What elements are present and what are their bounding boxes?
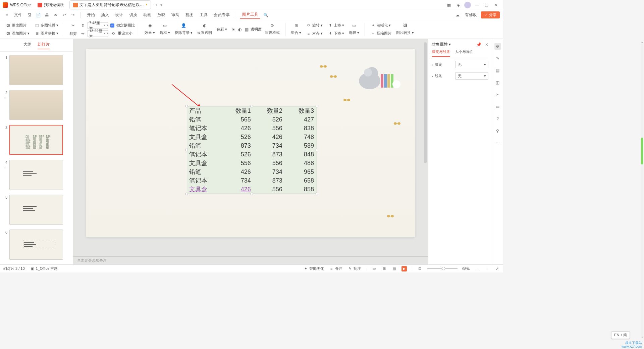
thumbnails-list[interactable]: 1 2☆ 3产品数量1数量2数量3铅笔565526427笔记本426556838…: [0, 52, 73, 264]
reading-view-icon[interactable]: ▤: [391, 266, 397, 271]
border-button[interactable]: 边框 ▾: [158, 30, 171, 36]
zoom-value[interactable]: 98%: [462, 267, 470, 271]
tab-menu-dropdown[interactable]: ▾: [160, 3, 162, 7]
share-button[interactable]: ↗ 分享: [481, 11, 500, 18]
menu-picture-tools[interactable]: 图片工具: [240, 11, 260, 19]
help-rail-icon[interactable]: ?: [494, 115, 501, 122]
lock-ratio-checkbox[interactable]: ✓: [110, 23, 114, 28]
resize-handle[interactable]: [251, 193, 253, 195]
tools-rail-icon[interactable]: ✂: [494, 91, 501, 98]
resize-handle[interactable]: [185, 149, 188, 151]
minimize-button[interactable]: —: [472, 2, 482, 8]
slide-thumbnail[interactable]: ▬▬▬▬▬▬▬▬▬▬▬▬▬▬▬▬▬▬: [9, 230, 63, 260]
color-button[interactable]: 色彩 ▾: [215, 26, 228, 33]
crop-icon[interactable]: ✂: [69, 22, 77, 29]
fill-select[interactable]: 无▾: [455, 61, 488, 68]
comments-toggle[interactable]: ✎批注: [347, 266, 361, 271]
zoom-in-icon[interactable]: +: [484, 266, 490, 271]
link-rail-icon[interactable]: ⚲: [494, 128, 501, 134]
zoom-out-icon[interactable]: −: [474, 266, 480, 271]
print-icon[interactable]: 🖶: [44, 12, 50, 18]
undo-icon[interactable]: ↶: [61, 12, 68, 18]
pin-icon[interactable]: 📌: [476, 42, 481, 47]
contrast-icon[interactable]: ◐: [237, 27, 243, 32]
compress-button[interactable]: ▫压缩图片: [369, 30, 393, 37]
resize-handle[interactable]: [185, 193, 188, 195]
menu-insert[interactable]: 插入: [99, 11, 111, 19]
slide-canvas[interactable]: 产品数量1数量2数量3铅笔565526427笔记本426556838文具盒526…: [73, 39, 428, 256]
more-rail-icon[interactable]: ⋯: [494, 140, 501, 146]
redo-icon[interactable]: ↷: [70, 12, 76, 18]
notes-toggle[interactable]: ≡备注: [329, 266, 342, 271]
close-button[interactable]: ✕: [491, 2, 500, 8]
slide-thumbnail[interactable]: [9, 90, 63, 120]
smart-beautify-button[interactable]: ✦智能美化: [303, 266, 324, 271]
align-button[interactable]: ≡对齐 ▾: [305, 30, 324, 37]
change-picture-button[interactable]: 🖼更改图片: [4, 22, 31, 29]
multi-crop-button[interactable]: ◫多图轮播 ▾: [33, 22, 60, 29]
theme-indicator[interactable]: ▣1_Office 主题: [30, 266, 58, 271]
tab-document[interactable]: 文字是人类用符号记录表达信息以… •: [69, 0, 151, 9]
tab-templates[interactable]: 找稻壳模板: [34, 1, 67, 9]
save-icon[interactable]: 🖫: [26, 12, 33, 18]
cloud-sync-icon[interactable]: ☁: [454, 12, 461, 18]
brightness-icon[interactable]: ☀: [230, 27, 236, 32]
width-input[interactable]: 13.22厘米▲▼: [88, 30, 108, 37]
convert-button[interactable]: 图片转换 ▾: [395, 30, 415, 36]
select-button[interactable]: 选择 ▾: [347, 30, 361, 36]
slide-thumbnail[interactable]: [9, 55, 63, 85]
slide-thumbnail-selected[interactable]: 产品数量1数量2数量3铅笔565526427笔记本426556838文具盒526…: [9, 125, 63, 155]
pending-changes[interactable]: 有修改: [463, 11, 479, 19]
menu-transition[interactable]: 切换: [127, 11, 139, 19]
layout-rail-icon[interactable]: ◫: [494, 79, 501, 86]
avatar[interactable]: [463, 2, 472, 8]
resize-handle[interactable]: [316, 149, 318, 151]
menu-start[interactable]: 开始: [85, 11, 97, 19]
reset-size-button[interactable]: 重设大小: [118, 31, 132, 36]
close-panel-icon[interactable]: ✕: [485, 42, 488, 47]
maximize-button[interactable]: ▢: [482, 2, 491, 8]
preview-icon[interactable]: 👁: [52, 12, 59, 18]
crop-button[interactable]: 裁剪: [68, 31, 78, 37]
line-label[interactable]: 线条: [432, 73, 442, 79]
sorter-view-icon[interactable]: ⊞: [381, 266, 387, 271]
menu-icon[interactable]: ≡: [3, 12, 10, 18]
set-trans-button[interactable]: 设置透明: [196, 30, 213, 36]
fullscreen-icon[interactable]: ⤢: [494, 266, 500, 271]
style-rail-icon[interactable]: ✎: [494, 55, 501, 62]
menu-view[interactable]: 视图: [183, 11, 196, 19]
menu-file[interactable]: 文件: [12, 11, 24, 19]
fill-label[interactable]: 填充: [432, 62, 442, 67]
add-picture-button[interactable]: 🖼添加图片 ▾: [4, 30, 31, 37]
menu-animation[interactable]: 动画: [141, 11, 153, 19]
notes-input[interactable]: 单击此处添加备注: [73, 256, 428, 264]
search-icon[interactable]: 🔍: [262, 12, 269, 18]
grid-icon[interactable]: ▦: [444, 2, 453, 8]
slideshow-icon[interactable]: ▶: [401, 266, 407, 271]
slide-thumbnail[interactable]: ▬▬▬▬▬▬▬▬▬▬▬▬▬▬▬▬▬▬▬▬▬: [9, 195, 63, 225]
slides-rail-icon[interactable]: ▤: [494, 67, 501, 74]
menu-member[interactable]: 会员专享: [212, 11, 232, 19]
menu-review[interactable]: 审阅: [169, 11, 181, 19]
sharpen-button[interactable]: ✦清晰化 ▾: [369, 22, 393, 29]
reset-style-button[interactable]: 重设样式: [264, 30, 281, 36]
effect-button[interactable]: 效果 ▾: [143, 30, 156, 36]
remove-bg-button[interactable]: 抠除背景 ▾: [173, 30, 194, 36]
height-input[interactable]: 7.43厘米▲▼: [88, 22, 108, 29]
resize-handle[interactable]: [185, 105, 188, 107]
table-object[interactable]: 产品数量1数量2数量3铅笔565526427笔记本426556838文具盒526…: [187, 106, 317, 194]
fit-icon[interactable]: ⊡: [417, 266, 423, 271]
group-button[interactable]: 组合 ▾: [289, 30, 303, 36]
tab-fill-line[interactable]: 填充与线条: [432, 49, 450, 57]
move-up-button[interactable]: ⬆上移 ▾: [326, 22, 345, 29]
settings-rail-icon[interactable]: ⚙: [494, 43, 501, 50]
move-down-button[interactable]: ⬇下移 ▾: [326, 30, 345, 37]
slide-thumbnail[interactable]: ▬▬▬▬▬▬▬▬▬▬▬▬▬▬▬▬▬▬▬: [9, 160, 63, 190]
menu-tools[interactable]: 工具: [198, 11, 210, 19]
zoom-slider[interactable]: [427, 268, 458, 269]
trans-slider-icon[interactable]: ▦: [244, 27, 249, 32]
print-preview-icon[interactable]: 📄: [35, 12, 42, 18]
resize-handle[interactable]: [316, 105, 318, 107]
scrollbar[interactable]: [424, 42, 427, 203]
screen-rail-icon[interactable]: ▭: [494, 103, 501, 110]
